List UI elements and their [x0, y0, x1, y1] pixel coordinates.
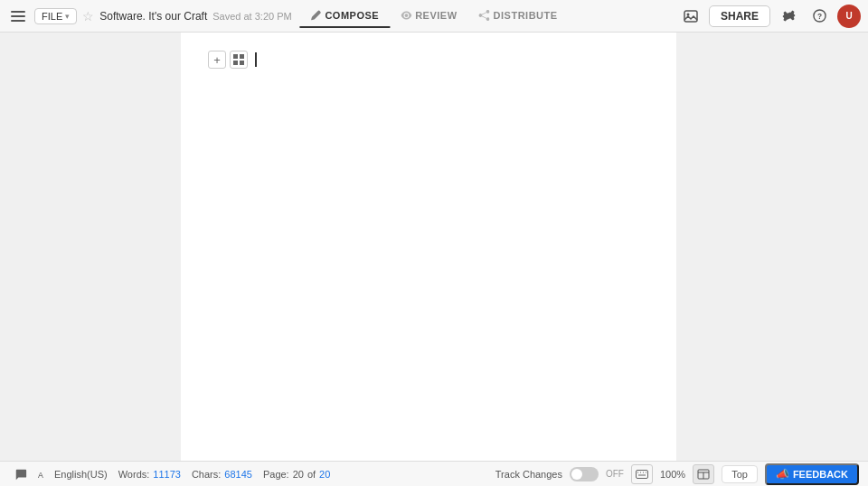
spellcheck-icon: A [38, 468, 51, 481]
svg-rect-4 [233, 54, 238, 59]
words-count[interactable]: 11173 [153, 469, 181, 480]
words-label: Words: [118, 469, 150, 480]
image-icon-button[interactable] [678, 4, 703, 29]
svg-rect-6 [233, 61, 238, 65]
eye-icon [401, 10, 411, 21]
svg-text:A: A [38, 470, 43, 479]
star-icon[interactable]: ☆ [82, 9, 94, 23]
page-count-item: Page: 20 of 20 [258, 469, 335, 480]
feedback-label: FEEDBACK [793, 469, 848, 480]
file-label: FILE [42, 11, 62, 22]
right-panel [676, 33, 868, 461]
spell-check-item[interactable]: A English(US) [33, 468, 113, 481]
word-count-item: Words: 11173 [113, 469, 186, 480]
svg-rect-5 [240, 54, 244, 59]
pencil-icon [310, 10, 321, 21]
status-bar: A English(US) Words: 11173 Chars: 68145 … [0, 461, 868, 486]
settings-icon [782, 9, 796, 23]
chevron-down-icon: ▾ [65, 12, 70, 21]
track-changes-state: OFF [606, 469, 624, 479]
left-panel [0, 33, 181, 461]
page-current: 20 [293, 469, 304, 480]
chars-count[interactable]: 68145 [224, 469, 252, 480]
text-cursor [255, 52, 257, 67]
keyboard-icon [636, 470, 648, 479]
svg-rect-7 [240, 61, 244, 65]
grid-icon [233, 54, 244, 65]
language-label: English(US) [54, 469, 108, 480]
document-toolbar: + [208, 51, 649, 69]
status-bar-right: Track Changes OFF 100% Top [495, 463, 859, 485]
top-button[interactable]: Top [722, 465, 758, 483]
page-total[interactable]: 20 [319, 469, 330, 480]
image-icon [684, 9, 698, 23]
hamburger-menu-icon[interactable] [7, 7, 29, 25]
comment-button[interactable] [9, 468, 33, 481]
help-icon: ? [813, 9, 826, 23]
tab-distribute-label: DISTRIBUTE [494, 10, 558, 21]
document-title: Software. It's our Craft [99, 10, 207, 23]
layout-view-button[interactable] [693, 464, 714, 484]
share-label: SHARE [721, 10, 759, 23]
svg-text:?: ? [816, 12, 821, 21]
avatar[interactable]: U [837, 5, 861, 28]
file-menu-button[interactable]: FILE ▾ [34, 8, 77, 24]
layout-icon [697, 469, 710, 480]
toolbar-left: FILE ▾ ☆ Software. It's our Craft Saved … [7, 7, 292, 25]
distribute-icon [479, 10, 490, 21]
saved-status: Saved at 3:20 PM [212, 11, 291, 22]
track-changes-label: Track Changes [495, 469, 562, 480]
add-block-button[interactable]: + [208, 51, 226, 69]
svg-rect-0 [684, 11, 697, 22]
char-count-item: Chars: 68145 [186, 469, 258, 480]
share-button[interactable]: SHARE [709, 5, 770, 27]
toolbar: FILE ▾ ☆ Software. It's our Craft Saved … [0, 0, 868, 33]
feedback-button[interactable]: 📣 FEEDBACK [765, 463, 859, 485]
tab-compose[interactable]: COMPOSE [299, 5, 390, 28]
track-changes-toggle[interactable] [570, 467, 599, 481]
svg-rect-9 [636, 470, 647, 478]
tab-compose-label: COMPOSE [325, 10, 379, 21]
tab-review-label: REVIEW [415, 10, 457, 21]
settings-icon-button[interactable] [776, 4, 801, 29]
nav-tabs: COMPOSE REVIEW DISTRIBUTE [299, 5, 568, 28]
grid-view-button[interactable] [230, 51, 248, 69]
top-label: Top [731, 469, 748, 480]
comment-icon [14, 468, 27, 481]
document-page[interactable]: + [181, 33, 676, 461]
toolbar-right: SHARE ? U [678, 4, 861, 29]
document-area[interactable]: + [181, 33, 676, 461]
page-label: Page: [263, 469, 289, 480]
megaphone-icon: 📣 [776, 468, 789, 481]
keyboard-shortcut-button[interactable] [631, 464, 653, 484]
tab-distribute[interactable]: DISTRIBUTE [468, 5, 569, 28]
tab-review[interactable]: REVIEW [390, 5, 467, 28]
help-icon-button[interactable]: ? [807, 4, 832, 29]
zoom-level: 100% [660, 469, 685, 480]
chars-label: Chars: [192, 469, 221, 480]
main-content: + [0, 33, 868, 461]
add-icon: + [213, 53, 221, 67]
